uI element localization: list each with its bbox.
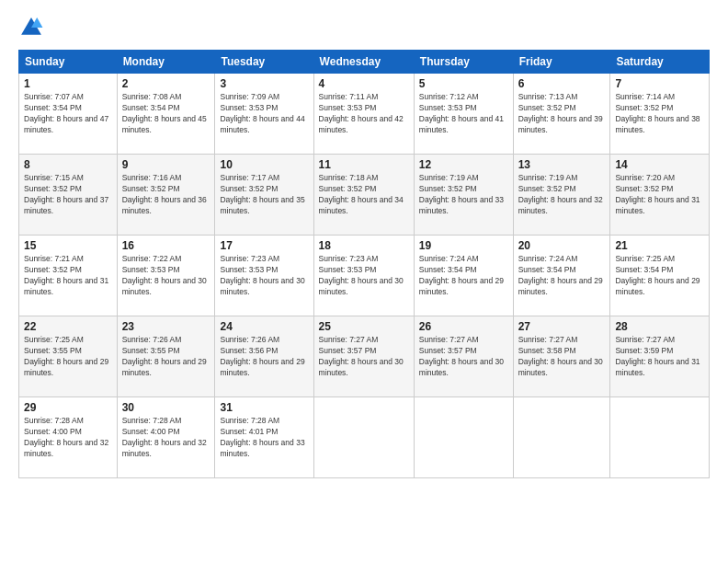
calendar-day-cell: 15Sunrise: 7:21 AMSunset: 3:52 PMDayligh… bbox=[19, 236, 118, 316]
day-number: 10 bbox=[220, 158, 308, 171]
calendar-header-monday: Monday bbox=[117, 51, 215, 74]
calendar-day-cell: 1Sunrise: 7:07 AMSunset: 3:54 PMDaylight… bbox=[19, 74, 118, 155]
calendar-day-cell: 12Sunrise: 7:19 AMSunset: 3:52 PMDayligh… bbox=[414, 155, 513, 236]
calendar-day-cell: 30Sunrise: 7:28 AMSunset: 4:00 PMDayligh… bbox=[117, 397, 215, 478]
day-number: 31 bbox=[220, 401, 308, 414]
calendar-header-thursday: Thursday bbox=[414, 51, 513, 74]
calendar-day-cell: 18Sunrise: 7:23 AMSunset: 3:53 PMDayligh… bbox=[313, 236, 414, 316]
calendar-week-row: 15Sunrise: 7:21 AMSunset: 3:52 PMDayligh… bbox=[19, 236, 710, 316]
day-info: Sunrise: 7:26 AMSunset: 3:56 PMDaylight:… bbox=[220, 335, 308, 379]
day-info: Sunrise: 7:24 AMSunset: 3:54 PMDaylight:… bbox=[419, 254, 508, 298]
calendar-day-cell: 13Sunrise: 7:19 AMSunset: 3:52 PMDayligh… bbox=[513, 155, 610, 236]
day-number: 19 bbox=[419, 239, 508, 252]
day-info: Sunrise: 7:27 AMSunset: 3:57 PMDaylight:… bbox=[319, 335, 409, 379]
calendar-day-cell: 27Sunrise: 7:27 AMSunset: 3:58 PMDayligh… bbox=[513, 316, 610, 397]
day-info: Sunrise: 7:24 AMSunset: 3:54 PMDaylight:… bbox=[518, 254, 606, 298]
calendar-day-cell: 3Sunrise: 7:09 AMSunset: 3:53 PMDaylight… bbox=[215, 74, 313, 155]
calendar-day-cell: 26Sunrise: 7:27 AMSunset: 3:57 PMDayligh… bbox=[414, 316, 513, 397]
day-number: 26 bbox=[419, 320, 508, 333]
day-number: 8 bbox=[24, 158, 112, 171]
calendar-header-wednesday: Wednesday bbox=[313, 51, 414, 74]
calendar-header-tuesday: Tuesday bbox=[215, 51, 313, 74]
logo bbox=[18, 15, 48, 40]
page: SundayMondayTuesdayWednesdayThursdayFrid… bbox=[0, 0, 728, 563]
calendar-week-row: 1Sunrise: 7:07 AMSunset: 3:54 PMDaylight… bbox=[19, 74, 710, 155]
day-info: Sunrise: 7:18 AMSunset: 3:52 PMDaylight:… bbox=[319, 173, 409, 217]
day-number: 3 bbox=[220, 77, 308, 90]
day-info: Sunrise: 7:23 AMSunset: 3:53 PMDaylight:… bbox=[319, 254, 409, 298]
day-number: 1 bbox=[24, 77, 112, 90]
calendar-day-cell: 25Sunrise: 7:27 AMSunset: 3:57 PMDayligh… bbox=[313, 316, 414, 397]
calendar-week-row: 22Sunrise: 7:25 AMSunset: 3:55 PMDayligh… bbox=[19, 316, 710, 397]
day-number: 18 bbox=[319, 239, 409, 252]
day-number: 24 bbox=[220, 320, 308, 333]
calendar-table: SundayMondayTuesdayWednesdayThursdayFrid… bbox=[18, 50, 710, 478]
calendar-week-row: 29Sunrise: 7:28 AMSunset: 4:00 PMDayligh… bbox=[19, 397, 710, 478]
day-info: Sunrise: 7:20 AMSunset: 3:52 PMDaylight:… bbox=[615, 173, 704, 217]
calendar-day-cell: 9Sunrise: 7:16 AMSunset: 3:52 PMDaylight… bbox=[117, 155, 215, 236]
day-info: Sunrise: 7:08 AMSunset: 3:54 PMDaylight:… bbox=[122, 92, 210, 136]
calendar-day-cell: 10Sunrise: 7:17 AMSunset: 3:52 PMDayligh… bbox=[215, 155, 313, 236]
day-info: Sunrise: 7:17 AMSunset: 3:52 PMDaylight:… bbox=[220, 173, 308, 217]
calendar-day-cell bbox=[313, 397, 414, 478]
calendar-day-cell: 21Sunrise: 7:25 AMSunset: 3:54 PMDayligh… bbox=[610, 236, 710, 316]
day-info: Sunrise: 7:12 AMSunset: 3:53 PMDaylight:… bbox=[419, 92, 508, 136]
calendar-header-saturday: Saturday bbox=[610, 51, 710, 74]
calendar-day-cell: 5Sunrise: 7:12 AMSunset: 3:53 PMDaylight… bbox=[414, 74, 513, 155]
calendar-day-cell: 8Sunrise: 7:15 AMSunset: 3:52 PMDaylight… bbox=[19, 155, 118, 236]
day-number: 11 bbox=[319, 158, 409, 171]
day-info: Sunrise: 7:28 AMSunset: 4:00 PMDaylight:… bbox=[24, 416, 112, 460]
calendar-day-cell: 29Sunrise: 7:28 AMSunset: 4:00 PMDayligh… bbox=[19, 397, 118, 478]
day-info: Sunrise: 7:16 AMSunset: 3:52 PMDaylight:… bbox=[122, 173, 210, 217]
day-number: 28 bbox=[615, 320, 704, 333]
calendar-day-cell: 31Sunrise: 7:28 AMSunset: 4:01 PMDayligh… bbox=[215, 397, 313, 478]
day-number: 20 bbox=[518, 239, 606, 252]
day-info: Sunrise: 7:19 AMSunset: 3:52 PMDaylight:… bbox=[518, 173, 606, 217]
calendar-day-cell: 24Sunrise: 7:26 AMSunset: 3:56 PMDayligh… bbox=[215, 316, 313, 397]
day-number: 29 bbox=[24, 401, 112, 414]
day-info: Sunrise: 7:26 AMSunset: 3:55 PMDaylight:… bbox=[122, 335, 210, 379]
calendar-day-cell: 23Sunrise: 7:26 AMSunset: 3:55 PMDayligh… bbox=[117, 316, 215, 397]
calendar-day-cell bbox=[513, 397, 610, 478]
day-number: 16 bbox=[122, 239, 210, 252]
day-number: 13 bbox=[518, 158, 606, 171]
day-number: 12 bbox=[419, 158, 508, 171]
day-info: Sunrise: 7:07 AMSunset: 3:54 PMDaylight:… bbox=[24, 92, 112, 136]
day-info: Sunrise: 7:25 AMSunset: 3:54 PMDaylight:… bbox=[615, 254, 704, 298]
day-info: Sunrise: 7:23 AMSunset: 3:53 PMDaylight:… bbox=[220, 254, 308, 298]
calendar-header-row: SundayMondayTuesdayWednesdayThursdayFrid… bbox=[19, 51, 710, 74]
day-info: Sunrise: 7:22 AMSunset: 3:53 PMDaylight:… bbox=[122, 254, 210, 298]
calendar-day-cell: 4Sunrise: 7:11 AMSunset: 3:53 PMDaylight… bbox=[313, 74, 414, 155]
calendar-day-cell bbox=[414, 397, 513, 478]
day-number: 23 bbox=[122, 320, 210, 333]
calendar-day-cell: 20Sunrise: 7:24 AMSunset: 3:54 PMDayligh… bbox=[513, 236, 610, 316]
day-number: 7 bbox=[615, 77, 704, 90]
day-number: 14 bbox=[615, 158, 704, 171]
calendar-day-cell: 16Sunrise: 7:22 AMSunset: 3:53 PMDayligh… bbox=[117, 236, 215, 316]
calendar-day-cell: 19Sunrise: 7:24 AMSunset: 3:54 PMDayligh… bbox=[414, 236, 513, 316]
calendar-day-cell: 17Sunrise: 7:23 AMSunset: 3:53 PMDayligh… bbox=[215, 236, 313, 316]
calendar-header-friday: Friday bbox=[513, 51, 610, 74]
day-info: Sunrise: 7:09 AMSunset: 3:53 PMDaylight:… bbox=[220, 92, 308, 136]
day-info: Sunrise: 7:14 AMSunset: 3:52 PMDaylight:… bbox=[615, 92, 704, 136]
day-info: Sunrise: 7:27 AMSunset: 3:59 PMDaylight:… bbox=[615, 335, 704, 379]
calendar-day-cell: 11Sunrise: 7:18 AMSunset: 3:52 PMDayligh… bbox=[313, 155, 414, 236]
calendar-day-cell: 22Sunrise: 7:25 AMSunset: 3:55 PMDayligh… bbox=[19, 316, 118, 397]
calendar-day-cell: 2Sunrise: 7:08 AMSunset: 3:54 PMDaylight… bbox=[117, 74, 215, 155]
day-info: Sunrise: 7:11 AMSunset: 3:53 PMDaylight:… bbox=[319, 92, 409, 136]
day-info: Sunrise: 7:27 AMSunset: 3:57 PMDaylight:… bbox=[419, 335, 508, 379]
logo-icon bbox=[18, 15, 44, 40]
day-number: 30 bbox=[122, 401, 210, 414]
day-number: 22 bbox=[24, 320, 112, 333]
day-info: Sunrise: 7:21 AMSunset: 3:52 PMDaylight:… bbox=[24, 254, 112, 298]
calendar-day-cell: 28Sunrise: 7:27 AMSunset: 3:59 PMDayligh… bbox=[610, 316, 710, 397]
day-info: Sunrise: 7:25 AMSunset: 3:55 PMDaylight:… bbox=[24, 335, 112, 379]
calendar-day-cell: 7Sunrise: 7:14 AMSunset: 3:52 PMDaylight… bbox=[610, 74, 710, 155]
day-number: 6 bbox=[518, 77, 606, 90]
day-info: Sunrise: 7:13 AMSunset: 3:52 PMDaylight:… bbox=[518, 92, 606, 136]
day-number: 2 bbox=[122, 77, 210, 90]
calendar-day-cell: 14Sunrise: 7:20 AMSunset: 3:52 PMDayligh… bbox=[610, 155, 710, 236]
day-number: 4 bbox=[319, 77, 409, 90]
day-number: 25 bbox=[319, 320, 409, 333]
day-info: Sunrise: 7:19 AMSunset: 3:52 PMDaylight:… bbox=[419, 173, 508, 217]
